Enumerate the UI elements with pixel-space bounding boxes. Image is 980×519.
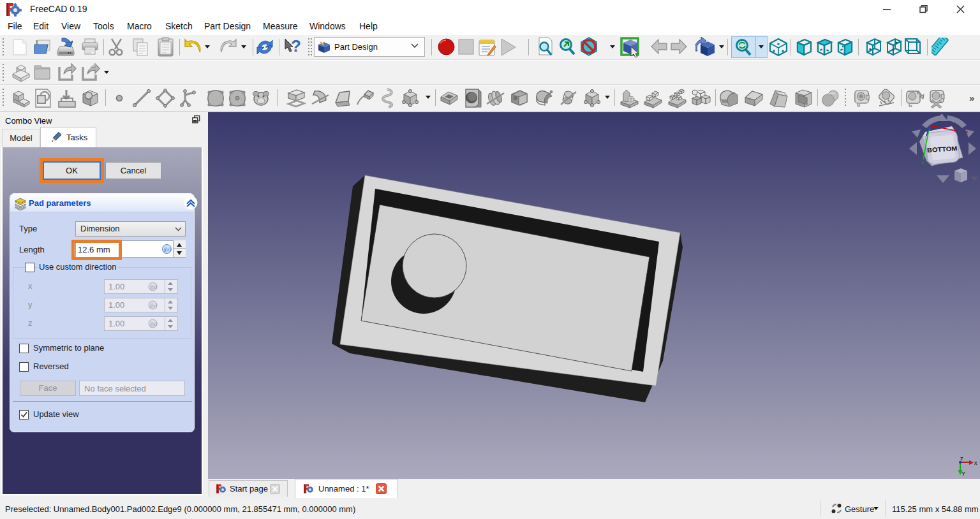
svg-text:z: z [960,455,963,462]
svg-text:x: x [974,460,977,466]
svg-text:f(x): f(x) [150,284,157,290]
svg-text:Y: Y [961,471,965,477]
svg-text:x: x [966,129,969,135]
svg-text:f(x): f(x) [150,303,157,309]
svg-text:Y: Y [921,160,925,166]
svg-text:f(x): f(x) [150,321,157,327]
svg-text:f(x): f(x) [164,247,171,252]
